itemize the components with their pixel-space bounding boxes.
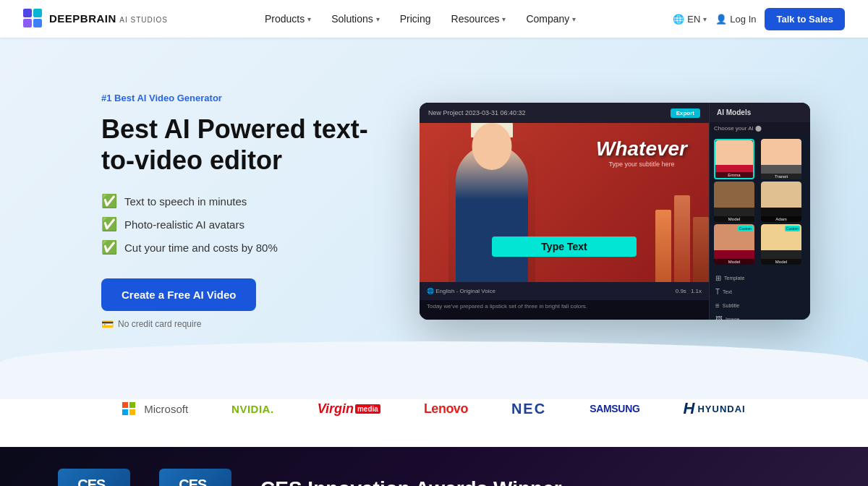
create-free-video-button[interactable]: Create a Free AI Video [101,278,256,311]
sidebar-subtitle[interactable]: ≡Subtitle [712,299,807,312]
product-screenshot: New Project 2023-03-31 06:40:32 Export W… [420,103,810,320]
screenshot-topbar: New Project 2023-03-31 06:40:32 Export [420,103,709,123]
chevron-down-icon: ▾ [703,15,707,23]
type-text-overlay: Type Text [492,236,637,257]
lipstick-2 [674,195,690,282]
ai-model-1[interactable]: Emma [714,139,754,179]
product-screenshot-container: New Project 2023-03-31 06:40:32 Export W… [420,103,810,320]
lipstick-3 [693,217,709,282]
nav-right: 🌐 EN ▾ 👤 Log In Talk to Sales [673,8,845,30]
feature-list: ✅ Text to speech in minutes ✅ Photo-real… [101,193,376,255]
navbar: DEEPBRAIN AI STUDIOS Products ▾ Solution… [0,0,868,38]
feature-item-1: ✅ Text to speech in minutes [101,193,376,209]
ces-2022-badge: CES CES 2022 [159,469,231,486]
svg-rect-0 [23,9,32,17]
ai-model-5[interactable]: Model Custom [714,224,754,265]
video-controls: 🌐 English - Original Voice 0.9s 1.1x [420,282,709,300]
brand-sub: AI STUDIOS [119,16,168,24]
sidebar-image[interactable]: 🖼Image [712,313,807,320]
brand-virgin: Virgin media [318,401,380,417]
sidebar-title: AI Models [710,103,810,122]
svg-rect-3 [33,19,42,27]
nav-company[interactable]: Company ▾ [517,9,584,29]
sidebar-text[interactable]: TText [712,286,807,298]
ai-model-4[interactable]: Adam [761,182,801,222]
chevron-down-icon: ▾ [307,15,311,23]
screenshot-sidebar: AI Models Choose your AI ⬤ Emma Transit [709,103,810,320]
hero-content: #1 Best AI Video Generator Best AI Power… [101,93,376,330]
caption-area: Today we've prepared a lipstick set of t… [420,300,709,315]
card-icon: 💳 [101,318,114,330]
lipstick-1 [655,210,671,282]
avatar-body [456,145,528,282]
ai-model-grid: Emma Transit Model [710,135,810,269]
hero-badge: #1 Best AI Video Generator [101,93,376,103]
avatar-head [472,123,512,170]
ai-model-2[interactable]: Transit [761,139,801,179]
sidebar-icon-list: ⊞Template TText ≡Subtitle 🖼Image ◧Backgr… [710,269,810,320]
brand-nec: NEC [511,401,546,417]
screenshot-main: New Project 2023-03-31 06:40:32 Export W… [420,103,709,320]
chevron-down-icon: ▾ [376,15,380,23]
feature-item-3: ✅ Cut your time and costs by 80% [101,239,376,255]
logo-icon [23,9,43,29]
microsoft-logo-icon [122,402,135,415]
video-text-overlay: Whatever Type your subtitle here [596,137,687,168]
brand-samsung: SAMSUNG [590,403,639,414]
product-props [655,195,709,282]
ces-2023-badge: CES CES 2023 [58,469,130,486]
chevron-down-icon: ▾ [572,15,576,23]
chevron-down-icon: ▾ [502,15,506,23]
hero-section: #1 Best AI Video Generator Best AI Power… [0,38,868,370]
avatar-figure [448,137,535,282]
nav-resources[interactable]: Resources ▾ [443,9,515,29]
brand-hyundai: H HYUNDAI [684,399,746,418]
logo[interactable]: DEEPBRAIN AI STUDIOS [23,9,168,29]
talk-to-sales-button[interactable]: Talk to Sales [765,8,845,30]
language-selector[interactable]: 🌐 EN ▾ [673,14,707,25]
check-icon: ✅ [101,216,117,232]
video-area: Whatever Type your subtitle here Type Te… [420,123,709,282]
feature-item-2: ✅ Photo-realistic AI avatars [101,216,376,232]
svg-rect-1 [33,9,42,17]
ai-model-6[interactable]: Model Custom [761,224,801,265]
awards-title: CES Innovation Awards Winner [260,477,562,487]
check-icon: ✅ [101,239,117,255]
user-icon: 👤 [715,14,727,25]
awards-section: CES CES 2023 CES CES 2022 CES Innovation… [0,447,868,486]
video-subtitle: Type your subtitle here [596,161,687,168]
brand-nvidia: NVIDIA. [231,403,274,415]
globe-icon: 🌐 [673,14,684,25]
hero-title: Best AI Powered text-to-video editor [101,114,376,176]
export-button[interactable]: Export [671,108,700,118]
sidebar-template[interactable]: ⊞Template [712,272,807,284]
svg-rect-2 [23,19,32,27]
ai-model-3[interactable]: Model [714,182,754,222]
video-title: Whatever [596,137,687,161]
nav-products[interactable]: Products ▾ [256,9,320,29]
brand-name: DEEPBRAIN [49,12,116,25]
login-button[interactable]: 👤 Log In [715,14,756,25]
nav-pricing[interactable]: Pricing [391,9,440,29]
nav-solutions[interactable]: Solutions ▾ [323,9,388,29]
nav-items: Products ▾ Solutions ▾ Pricing Resources… [256,9,584,29]
check-icon: ✅ [101,193,117,209]
no-credit-card-note: 💳 No credit card require [101,318,376,330]
project-title: New Project 2023-03-31 06:40:32 [428,109,526,116]
brand-microsoft: Microsoft [122,402,188,415]
brand-lenovo: Lenovo [424,401,468,417]
